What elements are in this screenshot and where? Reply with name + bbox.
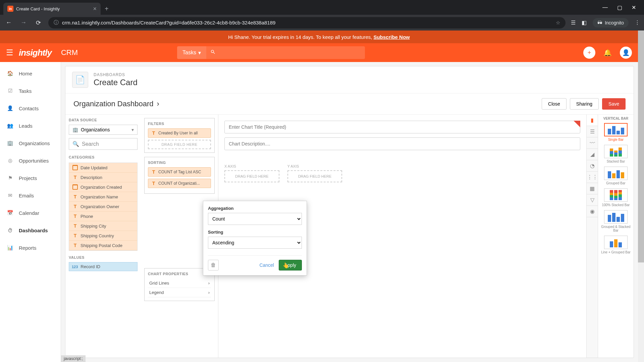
category-item[interactable]: TOrganization Owner — [69, 202, 137, 212]
hamburger-icon[interactable]: ☰ — [6, 48, 13, 57]
reload-button[interactable]: ⟳ — [34, 19, 43, 26]
chart-option-grouped-bar[interactable]: Grouped Bar — [600, 167, 632, 185]
breadcrumb: DASHBOARDS — [94, 72, 138, 77]
text-type-icon: T — [72, 233, 78, 238]
horizontal-bar-tab[interactable]: ☰ — [587, 126, 598, 137]
subscribe-link[interactable]: Subscribe Now — [373, 34, 410, 40]
sidebar-item-opportunities[interactable]: ◎Opportunities — [0, 152, 61, 169]
y-axis-drop-zone[interactable]: DRAG FIELD HERE — [287, 170, 342, 182]
trial-banner: Hi Shane. Your trial expires in 14 days.… — [0, 31, 638, 43]
category-item[interactable]: TShipping City — [69, 221, 137, 231]
categories-list: Date Updated TDescription Organization C… — [69, 163, 138, 251]
sidebar-item-leads[interactable]: 👥Leads — [0, 117, 61, 134]
sidebar-item-projects[interactable]: ⚑Projects — [0, 169, 61, 187]
text-type-icon: T — [72, 175, 78, 180]
gauge-tab[interactable]: ◉ — [587, 206, 598, 217]
vertical-bar-tab[interactable]: ▮ — [587, 115, 598, 126]
chevron-right-icon: › — [208, 290, 210, 295]
filter-drop-zone[interactable]: DRAG FIELD HERE — [148, 140, 211, 149]
chart-title-input[interactable] — [224, 121, 580, 133]
chart-prop-legend[interactable]: Legend› — [148, 288, 211, 297]
search-input[interactable] — [206, 49, 365, 56]
person-icon: 👤 — [6, 104, 14, 112]
funnel-tab[interactable]: ▽ — [587, 194, 598, 206]
category-item[interactable]: TPhone — [69, 212, 137, 221]
table-tab[interactable]: ▦ — [587, 183, 598, 194]
save-button[interactable]: Save — [602, 98, 626, 110]
dashboard-name[interactable]: Organization Dashboard › — [73, 100, 159, 108]
delete-button[interactable]: 🗑 — [208, 260, 219, 270]
incognito-chip[interactable]: 🕶 Incognito — [593, 18, 629, 27]
chart-option-line-grouped-bar[interactable]: Line + Grouped Bar — [600, 236, 632, 254]
new-tab-button[interactable]: + — [105, 5, 109, 13]
category-item[interactable]: TShipping Country — [69, 231, 137, 241]
side-panel-icon[interactable]: ◧ — [582, 19, 587, 26]
sorting-select[interactable]: Ascending — [208, 237, 302, 249]
calendar-icon: 📅 — [6, 209, 14, 217]
sort-chip[interactable]: TCOUNT of Tag List ASC — [148, 167, 211, 177]
data-source-select[interactable]: 🏢 Organizations — [69, 125, 138, 135]
back-button[interactable]: ← — [4, 19, 13, 26]
close-window-icon[interactable]: ✕ — [632, 4, 636, 11]
category-item[interactable]: Date Updated — [69, 163, 137, 173]
sidebar-item-home[interactable]: 🏠Home — [0, 65, 61, 82]
chart-option-grouped-stacked-bar[interactable]: Grouped & Stacked Bar — [600, 210, 632, 232]
x-axis-drop-zone[interactable]: DRAG FIELD HERE — [224, 170, 279, 182]
bookmark-icon[interactable]: ☆ — [556, 20, 560, 26]
chart-option-single-bar[interactable]: Single Bar — [600, 123, 632, 141]
reading-list-icon[interactable]: ☰ — [571, 19, 576, 26]
chart-description-input[interactable] — [224, 137, 580, 150]
close-button[interactable]: Close — [542, 98, 567, 110]
category-item[interactable]: TOrganization Name — [69, 192, 137, 202]
minimize-icon[interactable]: — — [602, 4, 608, 10]
profile-avatar[interactable]: 👤 — [620, 47, 632, 59]
cancel-button[interactable]: Cancel — [259, 262, 274, 268]
category-item[interactable]: TDescription — [69, 173, 137, 182]
scrollbar[interactable] — [638, 31, 644, 362]
browser-tab[interactable]: in Create Card - Insightly × — [3, 3, 101, 15]
line-tab[interactable]: 〰 — [587, 137, 598, 149]
sidebar-item-reports[interactable]: 📊Reports — [0, 239, 61, 256]
target-icon: ◎ — [6, 157, 14, 165]
chart-option-stacked-bar[interactable]: Stacked Bar — [600, 145, 632, 163]
category-item[interactable]: TShipping Postal Code — [69, 241, 137, 250]
incognito-icon: 🕶 — [597, 20, 602, 25]
forward-button[interactable]: → — [19, 19, 28, 26]
scatter-tab[interactable]: ⋮⋮ — [587, 172, 598, 183]
area-tab[interactable]: ◢ — [587, 149, 598, 160]
app: Hi Shane. Your trial expires in 14 days.… — [0, 31, 638, 362]
sidebar-item-tasks[interactable]: ☑Tasks — [0, 82, 61, 100]
value-item[interactable]: 123 Record ID — [69, 262, 138, 271]
sidebar-item-emails[interactable]: ✉Emails — [0, 187, 61, 204]
sidebar-item-dashboards[interactable]: ⏱Dashboards — [0, 222, 61, 239]
text-type-icon: T — [72, 223, 78, 229]
sidebar-item-organizations[interactable]: 🏢Organizations — [0, 134, 61, 152]
apply-button[interactable]: 👆 Apply — [279, 260, 302, 270]
pie-tab[interactable]: ◔ — [587, 160, 598, 172]
logo[interactable]: insightly — [19, 48, 52, 58]
sidebar-item-calendar[interactable]: 📅Calendar — [0, 204, 61, 222]
field-search[interactable]: 🔍 Search — [69, 138, 138, 150]
product-label: CRM — [61, 48, 78, 57]
menu-icon[interactable]: ⋮ — [635, 19, 640, 26]
url-bar[interactable]: ⓘ crm.na1.insightly.com/Dashboards/Creat… — [48, 17, 566, 28]
search-icon: 🔍 — [72, 141, 79, 147]
text-type-icon: T — [72, 194, 78, 199]
chart-prop-gridlines[interactable]: Grid Lines› — [148, 279, 211, 288]
text-type-icon: T — [72, 243, 78, 248]
search-scope-dropdown[interactable]: Tasks ▾ — [177, 46, 206, 59]
scrollbar-thumb[interactable] — [638, 31, 644, 262]
global-search[interactable]: Tasks ▾ — [177, 46, 365, 59]
sharing-button[interactable]: Sharing — [570, 98, 599, 110]
filter-chip[interactable]: TCreated By User In all — [148, 128, 211, 138]
chart-option-100-stacked-bar[interactable]: 100% Stacked Bar — [600, 188, 632, 207]
maximize-icon[interactable]: ▢ — [617, 4, 622, 11]
site-info-icon[interactable]: ⓘ — [54, 19, 59, 26]
sidebar-item-contacts[interactable]: 👤Contacts — [0, 100, 61, 117]
close-icon[interactable]: × — [93, 5, 97, 12]
sort-chip[interactable]: TCOUNT of Organizati... — [148, 179, 211, 188]
aggregation-select[interactable]: Count — [208, 213, 302, 225]
notification-icon[interactable]: 🔔 — [603, 49, 612, 57]
add-button[interactable]: + — [583, 47, 595, 59]
category-item[interactable]: Organization Created — [69, 182, 137, 192]
